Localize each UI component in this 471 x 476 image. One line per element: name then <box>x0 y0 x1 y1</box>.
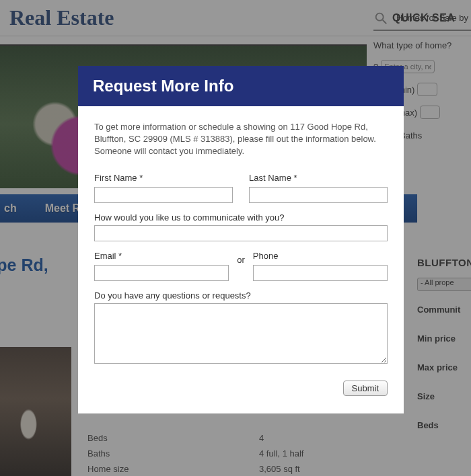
communicate-label: How would you like us to communicate wit… <box>94 212 388 223</box>
questions-label: Do you have any questions or requests? <box>94 290 388 301</box>
email-label: Email * <box>94 251 229 261</box>
or-label: or <box>237 255 245 281</box>
phone-label: Phone <box>253 251 388 261</box>
submit-button[interactable]: Submit <box>343 381 388 396</box>
modal-instructions: To get more information or schedule a sh… <box>94 121 388 158</box>
request-info-modal: Request More Info To get more informatio… <box>78 66 404 413</box>
phone-input[interactable] <box>253 265 388 281</box>
last-name-input[interactable] <box>249 187 388 203</box>
questions-textarea[interactable] <box>94 303 388 364</box>
modal-title: Request More Info <box>78 66 404 106</box>
communicate-input[interactable] <box>94 225 388 241</box>
email-input[interactable] <box>94 265 229 281</box>
first-name-input[interactable] <box>94 187 233 203</box>
last-name-label: Last Name * <box>249 173 388 183</box>
first-name-label: First Name * <box>94 173 233 183</box>
